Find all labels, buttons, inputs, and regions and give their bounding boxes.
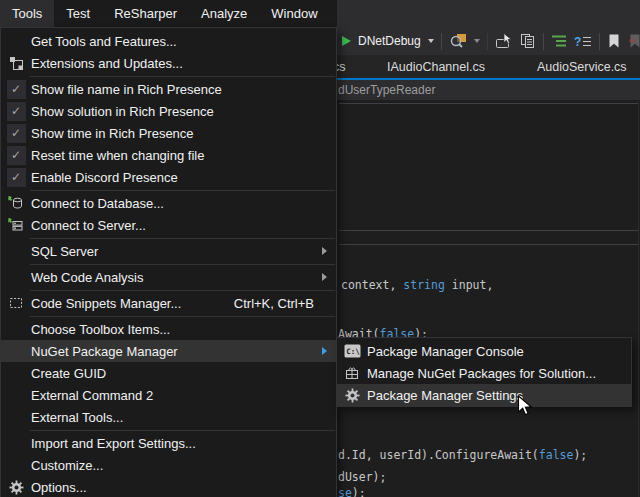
submenu-arrow-icon xyxy=(322,347,327,355)
package-icon xyxy=(337,362,367,384)
standard-toolbar: DNetDebug ? xyxy=(337,27,640,55)
menu-item-show-file-name-rich-presence[interactable]: Show file name in Rich Presence xyxy=(1,78,336,100)
shortcut-label: Ctrl+K, Ctrl+B xyxy=(234,296,314,311)
menu-gutter xyxy=(1,406,31,428)
pointer-box-icon[interactable] xyxy=(495,33,513,49)
tab-partial[interactable]: cs xyxy=(337,55,346,78)
code-line-configureawait: d.Id, userId).ConfigureAwait(false); xyxy=(338,448,587,462)
submenu-item-package-manager-console[interactable]: C:\ Package Manager Console xyxy=(337,340,631,362)
method-separator-line xyxy=(339,103,638,104)
menu-item-show-solution-rich-presence[interactable]: Show solution in Rich Presence xyxy=(1,100,336,122)
copy-document-icon[interactable] xyxy=(520,33,536,49)
editor-right-edge xyxy=(638,101,639,497)
menubar-item-window[interactable]: Window xyxy=(259,0,329,27)
menu-gutter xyxy=(1,100,31,122)
code-line-adduser: dUser); xyxy=(338,470,386,484)
top-bar: Tools Test ReSharper Analyze Window Help xyxy=(0,0,640,27)
menubar-item-resharper[interactable]: ReSharper xyxy=(102,0,189,27)
menu-item-options[interactable]: Options... xyxy=(1,476,336,497)
submenu-arrow-icon xyxy=(322,273,327,281)
attach-magnifier-icon[interactable] xyxy=(449,33,467,49)
menu-bar: Tools Test ReSharper Analyze Window Help xyxy=(0,0,337,27)
gear-icon xyxy=(1,476,31,497)
menu-gutter xyxy=(1,240,31,262)
checkmark-icon xyxy=(7,146,26,165)
menu-gutter xyxy=(1,122,31,144)
snippets-icon xyxy=(1,292,31,314)
menu-gutter xyxy=(1,144,31,166)
menu-gutter xyxy=(1,432,31,454)
toolbar-separator xyxy=(441,33,442,50)
menu-gutter xyxy=(1,454,31,476)
bookmark-dim-icon[interactable] xyxy=(628,33,640,49)
menu-item-external-command-2[interactable]: External Command 2 xyxy=(1,384,336,406)
magnifier-dropdown-icon[interactable] xyxy=(474,39,480,43)
method-separator-line xyxy=(339,244,638,245)
extensions-icon xyxy=(1,52,31,74)
vs-window: Tools Test ReSharper Analyze Window Help… xyxy=(0,0,640,497)
svg-text:C:\: C:\ xyxy=(346,347,360,356)
config-dropdown-icon[interactable] xyxy=(428,39,434,43)
toolbar-separator xyxy=(487,33,488,50)
nuget-submenu: C:\ Package Manager Console Manage NuGet… xyxy=(336,337,632,407)
menu-item-customize[interactable]: Customize... xyxy=(1,454,336,476)
menubar-item-tools[interactable]: Tools xyxy=(0,0,54,27)
menu-item-import-export-settings[interactable]: Import and Export Settings... xyxy=(1,432,336,454)
tools-menu: Get Tools and Features... Extensions and… xyxy=(0,27,337,497)
menu-item-external-tools[interactable]: External Tools... xyxy=(1,406,336,428)
menubar-item-analyze[interactable]: Analyze xyxy=(189,0,259,27)
run-play-icon[interactable] xyxy=(342,36,351,46)
submenu-item-manage-nuget-packages-for-solution[interactable]: Manage NuGet Packages for Solution... xyxy=(337,362,631,384)
tab-audioservice[interactable]: AudioService.cs xyxy=(537,55,627,78)
code-editor[interactable]: context, string input, Await(false); d.I… xyxy=(337,101,640,497)
question-lines-icon[interactable]: ? xyxy=(574,34,592,48)
indent-lines-icon[interactable] xyxy=(551,34,567,48)
menu-gutter xyxy=(1,384,31,406)
menu-item-nuget-package-manager[interactable]: NuGet Package Manager xyxy=(1,340,336,362)
checkmark-icon xyxy=(7,102,26,121)
menu-item-reset-time-when-changing-file[interactable]: Reset time when changing file xyxy=(1,144,336,166)
menu-item-extensions-and-updates[interactable]: Extensions and Updates... xyxy=(1,52,336,74)
svg-text:?: ? xyxy=(574,35,581,49)
menu-gutter xyxy=(1,362,31,384)
checkmark-icon xyxy=(7,80,26,99)
breadcrumb-text: dUserTypeReader xyxy=(338,83,435,97)
menu-item-web-code-analysis[interactable]: Web Code Analysis xyxy=(1,266,336,288)
menu-item-connect-to-database[interactable]: Connect to Database... xyxy=(1,192,336,214)
menu-item-get-tools-and-features[interactable]: Get Tools and Features... xyxy=(1,30,336,52)
menu-item-create-guid[interactable]: Create GUID xyxy=(1,362,336,384)
menu-item-sql-server[interactable]: SQL Server xyxy=(1,240,336,262)
menu-gutter xyxy=(1,30,31,52)
menu-item-choose-toolbox-items[interactable]: Choose Toolbox Items... xyxy=(1,318,336,340)
toolbar-separator xyxy=(599,33,600,50)
database-connect-icon xyxy=(1,192,31,214)
breadcrumb[interactable]: dUserTypeReader xyxy=(337,80,640,101)
method-separator-line xyxy=(339,230,638,231)
tab-iaudiochannel[interactable]: IAudioChannel.cs xyxy=(387,55,485,78)
titlebar-area xyxy=(337,0,640,27)
menu-item-enable-discord-presence[interactable]: Enable Discord Presence xyxy=(1,166,336,188)
run-configuration-selector[interactable]: DNetDebug xyxy=(358,34,421,48)
server-connect-icon xyxy=(1,214,31,236)
menu-gutter xyxy=(1,166,31,188)
menu-gutter xyxy=(1,266,31,288)
submenu-item-package-manager-settings[interactable]: Package Manager Settings xyxy=(337,384,631,406)
checkmark-icon xyxy=(7,124,26,143)
menu-item-show-time-rich-presence[interactable]: Show time in Rich Presence xyxy=(1,122,336,144)
gear-icon xyxy=(337,384,367,406)
menubar-item-test[interactable]: Test xyxy=(54,0,102,27)
code-line-signature: context, string input, xyxy=(341,278,493,292)
code-line-partial: se); xyxy=(338,486,366,497)
menu-item-connect-to-server[interactable]: Connect to Server... xyxy=(1,214,336,236)
menu-item-code-snippets-manager[interactable]: Code Snippets Manager... Ctrl+K, Ctrl+B xyxy=(1,292,336,314)
checkmark-icon xyxy=(7,168,26,187)
menu-gutter xyxy=(1,78,31,100)
bookmark-icon[interactable] xyxy=(607,33,621,49)
menu-gutter xyxy=(1,318,31,340)
editor-panel: DNetDebug ? xyxy=(337,27,640,497)
tab-strip: cs IAudioChannel.cs AudioService.cs xyxy=(337,55,640,78)
toolbar-separator xyxy=(543,33,544,50)
submenu-arrow-icon xyxy=(322,247,327,255)
mouse-cursor xyxy=(517,395,533,421)
console-icon: C:\ xyxy=(337,340,367,362)
